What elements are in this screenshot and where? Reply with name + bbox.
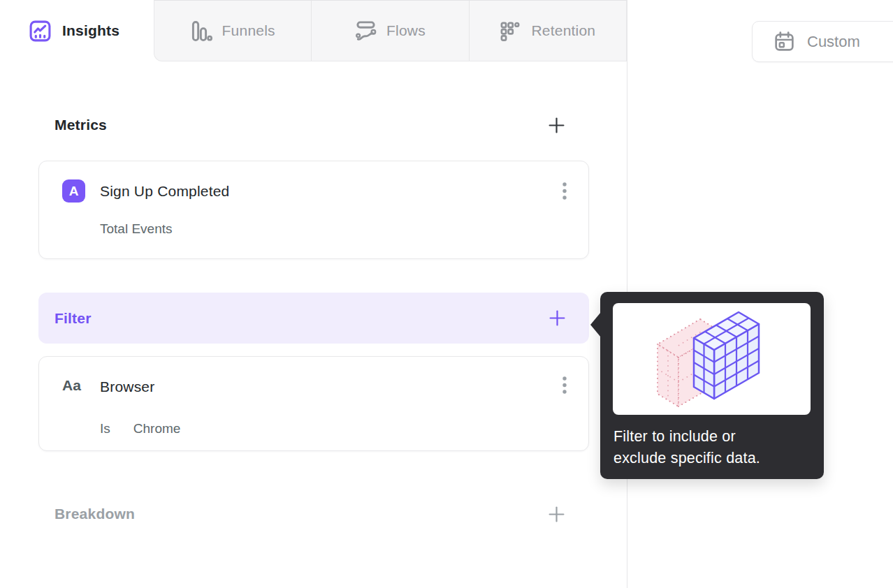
tab-retention[interactable]: Retention [469,1,626,61]
metric-series-badge: A [62,179,85,203]
isometric-cubes-filter-illustration [613,303,811,415]
filter-title: Filter [55,310,92,327]
filter-condition: Is Chrome [100,421,180,436]
tooltip-caption-line1: Filter to include or [614,426,813,448]
kebab-menu-icon[interactable] [562,181,567,205]
tooltip-caption: Filter to include or exclude specific da… [614,426,813,469]
funnel-bars-icon [191,20,212,42]
breakdown-title: Breakdown [55,506,135,522]
kebab-menu-icon[interactable] [562,375,567,399]
filter-property-name: Browser [100,378,154,395]
breakdown-section-header: Breakdown [55,504,565,524]
tab-funnels-label: Funnels [222,22,275,39]
filter-section-bar[interactable]: Filter [38,293,589,344]
metric-aggregation[interactable]: Total Events [100,221,173,237]
metrics-title: Metrics [55,117,107,133]
tooltip-arrow [590,312,601,337]
custom-date-button[interactable]: Custom [752,21,893,62]
custom-date-label: Custom [807,33,860,51]
tab-insights[interactable]: Insights [0,0,154,61]
retention-grid-icon [500,20,521,42]
filter-tooltip: Filter to include or exclude specific da… [600,292,824,479]
flows-icon [355,20,377,42]
tooltip-caption-line2: exclude specific data. [614,448,813,469]
inactive-tab-group: Funnels Flows [154,0,627,61]
tab-retention-label: Retention [531,22,595,39]
filter-value[interactable]: Chrome [133,421,181,436]
calendar-icon [773,30,796,53]
insights-query-builder: Insights Funnels Flows [0,0,893,588]
filter-operator[interactable]: Is [100,421,110,436]
add-filter-plus-icon[interactable] [549,309,566,327]
metric-card[interactable]: A Sign Up Completed Total Events [38,161,589,259]
add-breakdown-plus-icon[interactable] [548,506,565,523]
line-chart-icon [29,20,52,43]
add-metric-plus-icon[interactable] [548,117,565,134]
tab-flows-label: Flows [386,22,426,39]
tab-funnels[interactable]: Funnels [154,1,311,61]
metrics-section-header: Metrics [55,115,565,135]
tab-flows[interactable]: Flows [311,1,468,61]
filter-card[interactable]: Aa Browser Is Chrome [38,356,589,451]
string-property-badge: Aa [62,377,81,394]
metric-event-name: Sign Up Completed [100,183,230,200]
tab-insights-label: Insights [62,22,119,39]
